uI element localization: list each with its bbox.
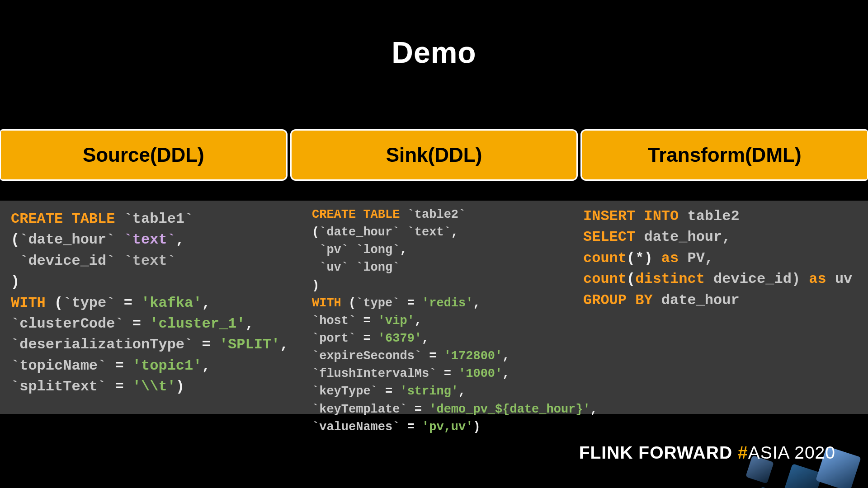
brand-flink: FLINK: [579, 443, 633, 462]
tab-transform: Transform(DML): [580, 129, 868, 181]
code-transform-pre: INSERT INTO table2 SELECT date_hour, cou…: [583, 206, 863, 311]
code-source: CREATE TABLE `table1` (`date_hour` `text…: [0, 201, 312, 414]
tabs-row: Source(DDL) Sink(DDL) Transform(DML): [0, 129, 868, 181]
brand-hash: #: [738, 443, 748, 462]
brand-footer: FLINK FORWARD #ASIA 2020: [579, 443, 835, 463]
tab-sink: Sink(DDL): [290, 129, 578, 181]
code-transform: INSERT INTO table2 SELECT date_hour, cou…: [583, 201, 868, 414]
svg-rect-0: [783, 464, 822, 488]
brand-forward: FORWARD: [638, 443, 732, 462]
code-sink-pre: CREATE TABLE `table2` (`date_hour` `text…: [312, 206, 579, 436]
slide-title: Demo: [0, 0, 868, 70]
code-panels: CREATE TABLE `table1` (`date_hour` `text…: [0, 201, 868, 414]
code-source-pre: CREATE TABLE `table1` (`date_hour` `text…: [11, 209, 307, 398]
brand-asia: ASIA 2020: [748, 443, 835, 462]
tab-source: Source(DDL): [0, 129, 288, 181]
code-sink: CREATE TABLE `table2` (`date_hour` `text…: [312, 201, 583, 414]
